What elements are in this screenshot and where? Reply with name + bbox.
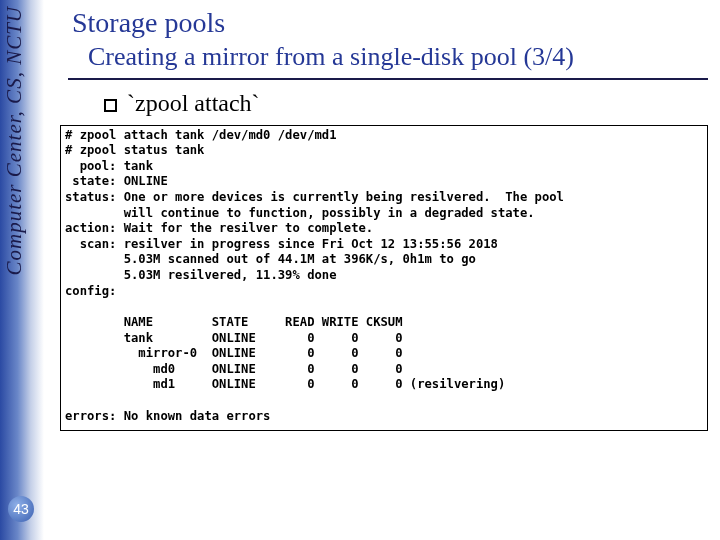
term-line: # zpool attach tank /dev/md0 /dev/md1 [65, 128, 337, 142]
slide-content: Storage pools Creating a mirror from a s… [60, 6, 710, 431]
terminal-output: # zpool attach tank /dev/md0 /dev/md1 # … [60, 125, 708, 432]
page-number-badge: 43 [8, 496, 34, 522]
term-line: mirror-0 ONLINE 0 0 0 [65, 346, 403, 360]
bullet-item: `zpool attach` [104, 90, 710, 117]
term-line: tank ONLINE 0 0 0 [65, 331, 403, 345]
sidebar: Computer Center, CS, NCTU 43 [0, 0, 44, 540]
term-line: errors: No known data errors [65, 409, 270, 423]
term-line: # zpool status tank [65, 143, 204, 157]
term-line: state: ONLINE [65, 174, 168, 188]
term-line: status: One or more devices is currently… [65, 190, 564, 204]
term-line: scan: resilver in progress since Fri Oct… [65, 237, 498, 251]
term-line: 5.03M scanned out of 44.1M at 396K/s, 0h… [65, 252, 476, 266]
sidebar-org-text: Computer Center, CS, NCTU [2, 6, 27, 275]
term-line: NAME STATE READ WRITE CKSUM [65, 315, 403, 329]
term-line: action: Wait for the resilver to complet… [65, 221, 373, 235]
term-line: will continue to function, possibly in a… [65, 206, 535, 220]
bullet-text: `zpool attach` [127, 90, 260, 116]
term-line: md1 ONLINE 0 0 0 (resilvering) [65, 377, 505, 391]
term-line: md0 ONLINE 0 0 0 [65, 362, 403, 376]
term-line: config: [65, 284, 116, 298]
term-line: 5.03M resilvered, 11.39% done [65, 268, 337, 282]
title-divider [68, 78, 708, 80]
slide-subtitle: Creating a mirror from a single-disk poo… [88, 42, 710, 72]
slide-title: Storage pools [72, 6, 710, 40]
term-line: pool: tank [65, 159, 153, 173]
bullet-square-icon [104, 99, 117, 112]
